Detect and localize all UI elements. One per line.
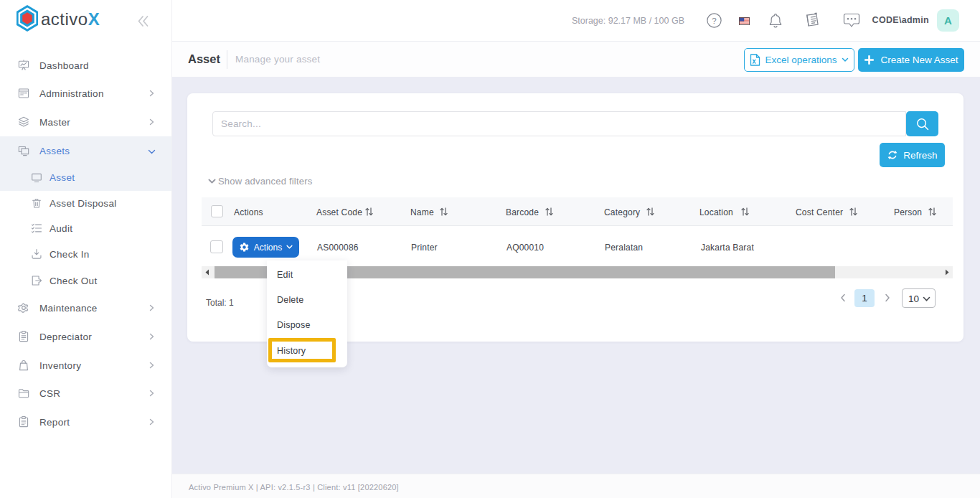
svg-text:?: ? — [712, 17, 716, 25]
